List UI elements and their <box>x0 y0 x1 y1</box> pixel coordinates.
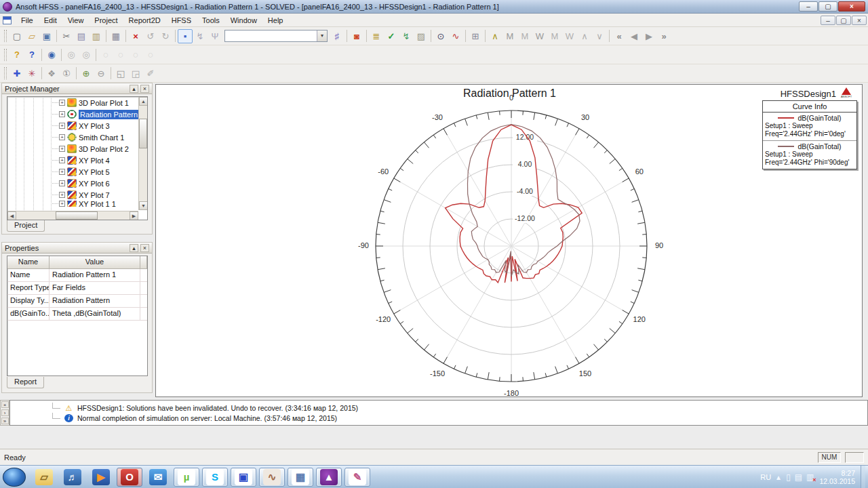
property-row[interactable]: Report TypeFar Fields <box>7 282 147 295</box>
marker-min-icon[interactable]: M <box>517 29 532 43</box>
menu-file[interactable]: File <box>16 15 39 26</box>
property-value[interactable]: Theta ,dB(GainTotal) <box>50 308 140 321</box>
tray-update-icon[interactable]: ▯ <box>786 472 791 482</box>
message-info[interactable]: iNormal completion of simulation on serv… <box>10 413 867 423</box>
nav-first-icon[interactable]: « <box>612 29 627 43</box>
mail-icon[interactable]: ✉ <box>145 468 171 487</box>
scrollbar-thumb[interactable] <box>56 211 98 220</box>
validation-check-icon[interactable]: ✓ <box>384 29 399 43</box>
redo-icon[interactable]: ↻ <box>158 29 173 43</box>
print-icon[interactable]: ▦ <box>108 29 123 43</box>
message-warning[interactable]: ⚠HFSSDesign1: Solutions have been invali… <box>10 403 867 413</box>
property-row[interactable]: Display Ty...Radiation Pattern <box>7 295 147 308</box>
panel-collapse-button[interactable]: ▴ <box>130 244 138 252</box>
new-file-icon[interactable]: ▢ <box>9 29 24 43</box>
property-row[interactable]: dB(GainTo...Theta ,dB(GainTotal) <box>7 308 147 321</box>
tree-item-xy-plot-7[interactable]: +XY Plot 7 <box>7 189 147 201</box>
zoom-in-icon[interactable]: ⊕ <box>79 66 94 81</box>
utorrent-icon[interactable]: µ <box>174 468 199 487</box>
validate-icon[interactable]: ◙ <box>349 29 364 43</box>
tree-expand-toggle[interactable]: + <box>59 157 65 163</box>
toolbar-gripper[interactable] <box>4 67 7 79</box>
dock-messages-button[interactable]: » <box>1 418 9 424</box>
menu-project[interactable]: Project <box>89 15 123 26</box>
toolbar-gripper[interactable] <box>4 49 7 61</box>
paint-icon[interactable]: ✎ <box>344 468 370 487</box>
mesh-settings-icon[interactable]: ↯ <box>193 29 208 43</box>
explorer-icon[interactable]: ▱ <box>31 468 57 487</box>
curve-tool-icon[interactable]: ∿ <box>259 468 285 487</box>
marker-valley-icon[interactable]: W <box>532 29 547 43</box>
pan-icon[interactable]: ❖ <box>44 66 59 81</box>
help-topics-icon[interactable]: ? <box>9 47 24 62</box>
copy-icon[interactable]: ▤ <box>74 29 89 43</box>
start-button[interactable] <box>3 468 26 487</box>
skype-icon[interactable]: S <box>202 468 228 487</box>
nav-next-icon[interactable]: ▶ <box>642 29 656 43</box>
hide-all-views-icon[interactable]: ◌ <box>113 47 128 62</box>
scroll-down-button[interactable]: ▼ <box>139 201 148 210</box>
tree-item-xy-plot-1-1[interactable]: +XY Plot 1 1 <box>7 201 147 207</box>
language-indicator[interactable]: RU <box>760 473 771 481</box>
tree-item-xy-plot-5[interactable]: +XY Plot 5 <box>7 166 147 178</box>
zoom-out-icon[interactable]: ⊖ <box>94 66 108 81</box>
menu-edit[interactable]: Edit <box>39 15 62 26</box>
menu-report2d[interactable]: Report2D <box>123 15 166 26</box>
legend-entry[interactable]: dB(GainTotal)Setup1 : SweepFreq='2.44GHz… <box>763 113 856 140</box>
boundary-display-icon[interactable]: Ψ <box>208 29 222 43</box>
menu-help[interactable]: Help <box>262 15 289 26</box>
cut-icon[interactable]: ✂ <box>59 29 74 43</box>
tree-item-3d-polar-plot-2[interactable]: +3D Polar Plot 2 <box>7 143 147 155</box>
mdi-restore-button[interactable]: ▢ <box>836 16 851 25</box>
tree-item-xy-plot-6[interactable]: +XY Plot 6 <box>7 178 147 189</box>
list-variables-icon[interactable]: ♯ <box>330 29 344 43</box>
window-minimize-button[interactable]: – <box>799 1 818 12</box>
measure-icon[interactable]: ✐ <box>143 66 158 81</box>
show-desktop-button[interactable] <box>861 466 865 488</box>
property-value[interactable]: Radiation Pattern <box>50 295 140 308</box>
marker-up-icon[interactable]: ∧ <box>577 29 592 43</box>
tree-expand-toggle[interactable]: + <box>59 180 65 186</box>
tree-item-smith-chart-1[interactable]: +Smith Chart 1 <box>7 131 147 143</box>
far-field-setup-icon[interactable]: ✳ <box>24 66 39 81</box>
copy-report-icon[interactable]: ⊞ <box>468 29 483 43</box>
legend-entry[interactable]: dB(GainTotal)Setup1 : SweepFreq='2.44GHz… <box>763 140 856 169</box>
boolean-add-icon[interactable]: ✚ <box>9 66 24 81</box>
view-visibility-icon[interactable]: ◉ <box>44 47 59 62</box>
report-tab[interactable]: Report <box>7 377 44 388</box>
zoom-100-icon[interactable]: ① <box>59 66 74 81</box>
hide-selection-icon[interactable]: ◎ <box>64 47 79 62</box>
delete-icon[interactable]: × <box>128 29 143 43</box>
menu-window[interactable]: Window <box>225 15 262 26</box>
show-selection-icon[interactable]: ◎ <box>79 47 94 62</box>
scrollbar-thumb[interactable] <box>139 119 147 148</box>
context-help-icon[interactable]: ? <box>24 47 39 62</box>
solution-data-icon[interactable]: ≣ <box>369 29 384 43</box>
combo-dropdown-arrow[interactable]: ▾ <box>317 30 327 41</box>
toolbar-gripper[interactable] <box>4 30 7 42</box>
search-icon[interactable]: ⊙ <box>433 29 448 43</box>
marker-max2-icon[interactable]: M <box>502 29 517 43</box>
marker-peak-icon[interactable]: M <box>547 29 562 43</box>
marker-down-icon[interactable]: ∨ <box>592 29 607 43</box>
show-all-views-icon[interactable]: ◌ <box>143 47 158 62</box>
mdi-child-icon[interactable] <box>3 16 12 24</box>
tree-expand-toggle[interactable]: + <box>59 169 65 175</box>
panel-collapse-button[interactable]: ▴ <box>130 85 138 93</box>
save-icon[interactable]: ▣ <box>39 29 54 43</box>
nav-prev-icon[interactable]: ◀ <box>627 29 642 43</box>
window-restore-button[interactable]: ▢ <box>818 1 837 12</box>
close-messages-button[interactable]: × <box>1 401 9 408</box>
tree-item-xy-plot-4[interactable]: +XY Plot 4 <box>7 155 147 166</box>
property-value[interactable]: Radiation Pattern 1 <box>50 269 140 282</box>
scroll-right-button[interactable]: ▶ <box>130 211 138 220</box>
fit-selection-icon[interactable]: ◲ <box>128 66 143 81</box>
tree-expand-toggle[interactable]: + <box>59 192 65 198</box>
hide-active-view-icon[interactable]: ◌ <box>98 47 113 62</box>
solution-type-icon[interactable]: ▪ <box>178 29 193 43</box>
tree-expand-toggle[interactable]: + <box>59 201 65 207</box>
show-active-view-icon[interactable]: ◌ <box>128 47 143 62</box>
scroll-up-button[interactable]: ▲ <box>139 97 148 106</box>
property-value[interactable]: Far Fields <box>50 282 140 295</box>
backup-tool-icon[interactable]: ▣ <box>231 468 256 487</box>
